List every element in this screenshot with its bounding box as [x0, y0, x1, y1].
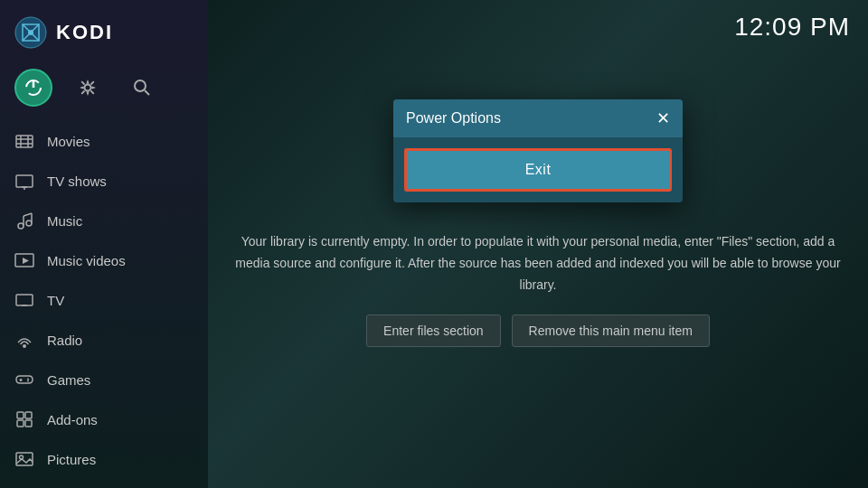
- svg-rect-34: [17, 420, 24, 427]
- content-area: Power Options ✕ Exit Your library is cur…: [208, 54, 868, 488]
- addons-icon: [14, 409, 34, 429]
- svg-marker-24: [23, 258, 29, 264]
- sidebar-item-pictures[interactable]: Pictures: [0, 439, 208, 479]
- movies-icon: [14, 131, 34, 151]
- svg-point-37: [20, 455, 24, 459]
- info-buttons: Enter files section Remove this main men…: [231, 314, 845, 347]
- svg-rect-15: [16, 175, 33, 187]
- pictures-icon: [14, 449, 34, 469]
- tv-icon: [14, 290, 34, 310]
- addons-label: Add-ons: [47, 412, 98, 427]
- navigation: Movies TV shows Music Music videos TV: [0, 121, 208, 488]
- radio-icon: [14, 330, 34, 350]
- library-info-text: Your library is currently empty. In orde…: [231, 231, 845, 296]
- enter-files-button[interactable]: Enter files section: [366, 314, 501, 347]
- svg-line-22: [24, 213, 32, 216]
- sidebar-item-games[interactable]: Games: [0, 360, 208, 399]
- remove-menu-item-button[interactable]: Remove this main menu item: [512, 314, 710, 347]
- sidebar-item-add-ons[interactable]: Add-ons: [0, 399, 208, 439]
- svg-point-4: [28, 30, 33, 35]
- sidebar-item-tv[interactable]: TV: [0, 280, 208, 320]
- tv-shows-label: TV shows: [47, 174, 107, 189]
- svg-point-19: [26, 221, 32, 226]
- music-videos-icon: [14, 250, 34, 270]
- logo-area: KODI: [0, 0, 208, 63]
- games-icon: [14, 370, 34, 389]
- kodi-logo-icon: [14, 16, 47, 49]
- svg-line-9: [145, 90, 149, 95]
- power-button[interactable]: [14, 69, 52, 107]
- svg-rect-25: [16, 295, 33, 305]
- svg-rect-32: [17, 412, 24, 418]
- sidebar-item-radio[interactable]: Radio: [0, 320, 208, 360]
- power-dialog-overlay: Power Options ✕ Exit: [393, 99, 683, 202]
- dialog-close-button[interactable]: ✕: [656, 108, 670, 128]
- sidebar-actions: [0, 63, 208, 121]
- music-videos-label: Music videos: [47, 253, 126, 268]
- svg-point-30: [27, 379, 29, 380]
- music-label: Music: [47, 213, 82, 229]
- sidebar: KODI Movies: [0, 0, 208, 488]
- svg-point-27: [23, 344, 26, 348]
- dialog-body: Exit: [393, 137, 683, 202]
- dialog-title: Power Options: [406, 110, 501, 127]
- app-title: KODI: [56, 21, 113, 44]
- top-bar: 12:09 PM: [208, 0, 868, 54]
- tv-shows-icon: [14, 171, 34, 191]
- sidebar-item-tv-shows[interactable]: TV shows: [0, 161, 208, 201]
- pictures-label: Pictures: [47, 452, 96, 467]
- movies-label: Movies: [47, 134, 90, 149]
- music-icon: [14, 211, 34, 230]
- radio-label: Radio: [47, 333, 82, 348]
- search-icon: [132, 78, 152, 98]
- svg-point-31: [27, 380, 29, 382]
- tv-label: TV: [47, 293, 64, 308]
- main-content: 12:09 PM Power Options ✕ Exit Your libra…: [208, 0, 868, 488]
- games-label: Games: [47, 372, 90, 388]
- svg-rect-35: [25, 420, 32, 427]
- power-icon: [24, 78, 43, 98]
- svg-point-8: [135, 80, 146, 91]
- sidebar-item-music[interactable]: Music: [0, 201, 208, 240]
- exit-button[interactable]: Exit: [404, 148, 672, 192]
- svg-rect-10: [16, 136, 33, 147]
- svg-rect-33: [25, 412, 32, 418]
- sidebar-item-music-videos[interactable]: Music videos: [0, 240, 208, 280]
- power-dialog: Power Options ✕ Exit: [393, 99, 683, 202]
- svg-point-7: [85, 85, 91, 91]
- dialog-header: Power Options ✕: [393, 99, 683, 137]
- sidebar-item-movies[interactable]: Movies: [0, 121, 208, 161]
- clock-display: 12:09 PM: [734, 13, 850, 42]
- settings-icon: [78, 78, 98, 98]
- search-button[interactable]: [123, 69, 161, 107]
- settings-button[interactable]: [69, 69, 107, 107]
- svg-point-18: [18, 223, 24, 229]
- library-info-section: Your library is currently empty. In orde…: [231, 231, 845, 346]
